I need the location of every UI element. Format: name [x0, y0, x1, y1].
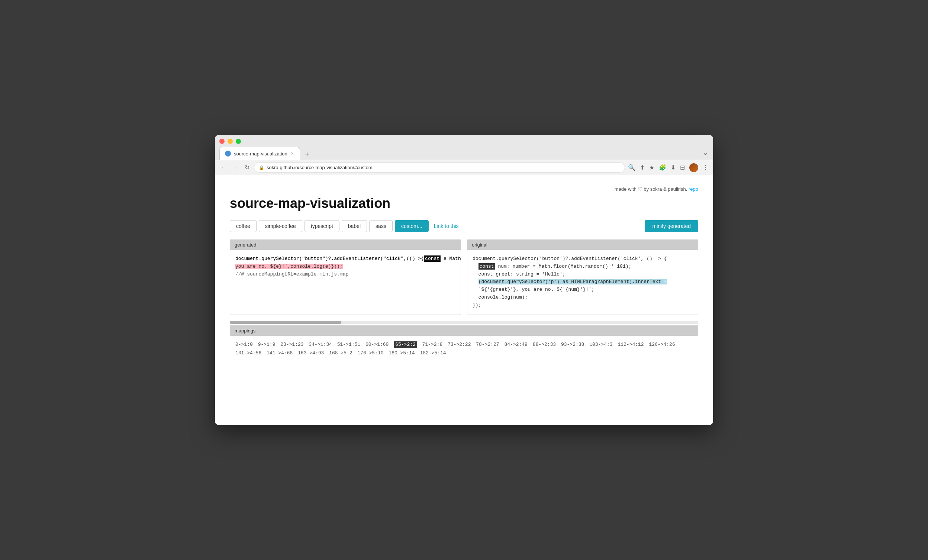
- repo-link[interactable]: repo: [688, 186, 698, 192]
- orig-line-4: (document.querySelector('p') as HTMLPara…: [473, 278, 693, 286]
- original-panel: original document.querySelector('button'…: [467, 240, 698, 315]
- minify-button[interactable]: minify generated: [645, 220, 698, 232]
- toolbar-row: coffee simple-coffee typescript babel sa…: [230, 220, 698, 232]
- mapping-103-4-3[interactable]: 103->4:3: [589, 342, 612, 347]
- mapping-126-4-26[interactable]: 126->4:26: [649, 342, 675, 347]
- forward-button[interactable]: →: [231, 163, 240, 172]
- tab-favicon: [225, 151, 231, 157]
- extensions-icon[interactable]: 🧩: [659, 164, 666, 171]
- preset-babel[interactable]: babel: [342, 220, 367, 232]
- lock-icon: 🔒: [259, 165, 264, 170]
- orig-line-5: `${'{greet}'}, you are no. ${'{num}'}!`;: [473, 286, 693, 294]
- preset-coffee[interactable]: coffee: [230, 220, 256, 232]
- mapping-84-2-49[interactable]: 84->2:49: [505, 342, 528, 347]
- mapping-71-2-8[interactable]: 71->2:8: [422, 342, 443, 347]
- mapping-93-2-38[interactable]: 93->2:38: [561, 342, 584, 347]
- generated-code-area[interactable]: document.querySelector("button")?.addEve…: [230, 250, 461, 310]
- preset-simple-coffee[interactable]: simple-coffee: [259, 220, 302, 232]
- mappings-header: mappings: [230, 326, 698, 336]
- address-bar[interactable]: 🔒 sokra.github.io/source-map-visualizati…: [254, 162, 625, 172]
- mapping-23-1-23[interactable]: 23->1:23: [280, 342, 304, 347]
- mappings-content: 0->1:0 9->1:9 23->1:23 34->1:34 51->1:51…: [230, 336, 698, 362]
- mapping-60-1-60[interactable]: 60->1:60: [365, 342, 389, 347]
- share-icon[interactable]: ⬆: [640, 164, 645, 171]
- orig-line-7: });: [473, 302, 693, 310]
- chrome-bar: source-map-visualization × + ⌄: [215, 135, 713, 160]
- menu-icon[interactable]: ⋮: [703, 164, 709, 171]
- mapping-51-1-51[interactable]: 51->1:51: [337, 342, 360, 347]
- generated-panel: generated document.querySelector("button…: [230, 240, 461, 315]
- orig-line-1: document.querySelector('button')?.addEve…: [473, 255, 693, 263]
- mapping-34-1-34[interactable]: 34->1:34: [308, 342, 332, 347]
- split-view-icon[interactable]: ⊟: [680, 164, 685, 171]
- tab-close-button[interactable]: ×: [290, 150, 295, 157]
- tab-title: source-map-visualization: [234, 151, 287, 157]
- orig-line-3: const greet: string = 'Hello';: [473, 271, 693, 279]
- orig-line-2: const num: number = Math.floor(Math.rand…: [473, 263, 693, 271]
- tab-dropdown[interactable]: ⌄: [702, 148, 709, 160]
- generated-panel-header: generated: [230, 240, 461, 250]
- mapping-0-1-0[interactable]: 0->1:0: [235, 342, 253, 347]
- bookmark-icon[interactable]: ★: [649, 164, 654, 171]
- browser-window: source-map-visualization × + ⌄ ← → ↻ 🔒 s…: [215, 135, 713, 425]
- address-bar-row: ← → ↻ 🔒 sokra.github.io/source-map-visua…: [215, 160, 713, 175]
- mapping-163-4-93[interactable]: 163->4:93: [298, 350, 324, 356]
- refresh-button[interactable]: ↻: [243, 162, 251, 172]
- preset-custom[interactable]: custom...: [395, 220, 429, 232]
- page-title: source-map-visualization: [230, 195, 698, 211]
- scrollbar-area[interactable]: [230, 321, 698, 324]
- preset-buttons: coffee simple-coffee typescript babel sa…: [230, 220, 459, 232]
- mapping-131-4-56[interactable]: 131->4:56: [235, 350, 261, 356]
- preset-sass[interactable]: sass: [369, 220, 392, 232]
- link-to-this[interactable]: Link to this: [434, 223, 459, 229]
- made-with-text: made with ♡ by sokra & paulirish. repo: [230, 186, 698, 192]
- mapping-180-5-14[interactable]: 180->5:14: [389, 350, 415, 356]
- mapping-112-4-12[interactable]: 112->4:12: [618, 342, 644, 347]
- new-tab-button[interactable]: +: [302, 149, 312, 160]
- original-panel-header: original: [467, 240, 698, 250]
- page-content: made with ♡ by sokra & paulirish. repo s…: [215, 175, 713, 377]
- browser-toolbar-icons: 🔍 ⬆ ★ 🧩 ⬇ ⊟ ⋮: [628, 163, 709, 172]
- mapping-88-2-33[interactable]: 88->2:33: [533, 342, 556, 347]
- code-line-2: you are no. ${e}!`,console.log(e)}));: [235, 263, 455, 271]
- orig-line-6: console.log(num);: [473, 294, 693, 302]
- mapping-168-5-2[interactable]: 168->5:2: [329, 350, 352, 356]
- back-button[interactable]: ←: [219, 163, 228, 172]
- download-icon[interactable]: ⬇: [671, 164, 676, 171]
- mapping-182-5-14[interactable]: 182->5:14: [420, 350, 446, 356]
- mapping-78-2-27[interactable]: 78->2:27: [476, 342, 499, 347]
- made-with-label: made with ♡ by sokra & paulirish.: [615, 186, 687, 192]
- code-line-3: //# sourceMappingURL=example.min.js.map: [235, 271, 455, 279]
- url-text: sokra.github.io/source-map-visualization…: [267, 165, 372, 170]
- code-line-1: document.querySelector("button")?.addEve…: [235, 255, 455, 263]
- mapping-73-2-22[interactable]: 73->2:22: [448, 342, 471, 347]
- mapping-65-2-2[interactable]: 65->2:2: [394, 341, 417, 348]
- mappings-panel: mappings 0->1:0 9->1:9 23->1:23 34->1:34…: [230, 325, 698, 363]
- traffic-light-yellow[interactable]: [227, 139, 233, 144]
- code-panels-row: generated document.querySelector("button…: [230, 240, 698, 315]
- scrollbar-thumb[interactable]: [230, 321, 341, 324]
- traffic-light-red[interactable]: [219, 139, 224, 144]
- original-code-area[interactable]: document.querySelector('button')?.addEve…: [467, 250, 698, 314]
- mapping-9-1-9[interactable]: 9->1:9: [258, 342, 276, 347]
- search-icon[interactable]: 🔍: [628, 164, 635, 171]
- browser-tab[interactable]: source-map-visualization ×: [219, 147, 300, 160]
- preset-typescript[interactable]: typescript: [304, 220, 339, 232]
- mapping-141-4-68[interactable]: 141->4:68: [267, 350, 293, 356]
- traffic-lights: [219, 139, 709, 144]
- tab-bar: source-map-visualization × + ⌄: [219, 147, 709, 160]
- avatar[interactable]: [689, 163, 698, 172]
- mapping-176-5-10[interactable]: 176->5:10: [357, 350, 383, 356]
- traffic-light-green[interactable]: [236, 139, 241, 144]
